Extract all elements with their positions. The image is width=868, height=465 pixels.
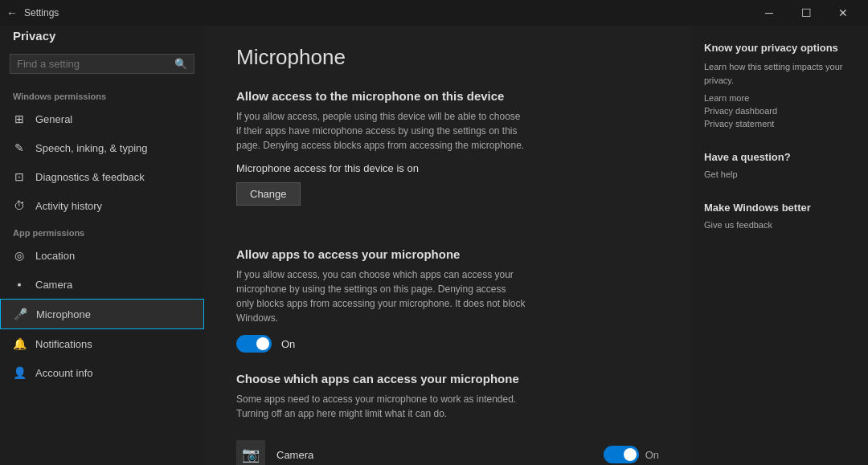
- sidebar-item-label-activity: Activity history: [35, 200, 102, 212]
- main-content: Microphone Allow access to the microphon…: [204, 26, 691, 465]
- sidebar-item-microphone[interactable]: 🎤 Microphone: [0, 299, 204, 329]
- choose-apps-desc: Some apps need to access your microphone…: [236, 392, 526, 421]
- right-heading-privacy: Know your privacy options: [704, 42, 855, 54]
- sidebar-item-label-camera: Camera: [35, 279, 72, 291]
- sidebar-item-label-notifications: Notifications: [35, 338, 92, 350]
- right-desc-privacy: Learn how this setting impacts your priv…: [704, 60, 855, 87]
- app-body: Privacy 🔍 Windows permissions ⊞ General …: [0, 26, 868, 465]
- choose-apps-section: Choose which apps can access your microp…: [236, 372, 659, 465]
- device-status-line: Microphone access for this device is on: [236, 162, 659, 174]
- search-input[interactable]: [17, 58, 174, 70]
- sidebar-item-camera[interactable]: ▪ Camera: [0, 270, 204, 299]
- sidebar-item-location[interactable]: ◎ Location: [0, 241, 204, 270]
- camera-app-icon: 📷: [242, 446, 260, 463]
- choose-apps-heading: Choose which apps can access your microp…: [236, 372, 659, 385]
- camera-icon: ▪: [13, 278, 26, 291]
- activity-icon: ⏱: [13, 199, 26, 212]
- windows-permissions-label: Windows permissions: [0, 84, 204, 104]
- sidebar-item-activity[interactable]: ⏱ Activity history: [0, 191, 204, 220]
- learn-more-link[interactable]: Learn more: [704, 93, 855, 103]
- back-icon: ←: [6, 6, 18, 19]
- sidebar-app-title: Privacy: [0, 26, 204, 51]
- sidebar-item-label-speech: Speech, inking, & typing: [35, 142, 147, 154]
- right-section-know-privacy: Know your privacy options Learn how this…: [704, 42, 855, 128]
- sidebar: Privacy 🔍 Windows permissions ⊞ General …: [0, 26, 204, 465]
- right-section-better: Make Windows better Give us feedback: [704, 202, 855, 230]
- title-bar-title: Settings: [24, 7, 59, 18]
- sidebar-item-diagnostics[interactable]: ⊡ Diagnostics & feedback: [0, 162, 204, 191]
- toggle-knob: [256, 337, 269, 350]
- search-box[interactable]: 🔍: [10, 54, 194, 74]
- camera-app-toggle[interactable]: [604, 446, 639, 463]
- sidebar-item-label-diagnostics: Diagnostics & feedback: [35, 171, 145, 183]
- right-panel: Know your privacy options Learn how this…: [691, 26, 868, 465]
- sidebar-item-speech[interactable]: ✎ Speech, inking, & typing: [0, 133, 204, 162]
- get-help-link[interactable]: Get help: [704, 169, 855, 179]
- speech-icon: ✎: [13, 141, 26, 154]
- camera-toggle-row: On: [604, 446, 659, 463]
- title-bar-left: ← Settings: [6, 6, 59, 19]
- camera-toggle-knob: [624, 448, 637, 461]
- page-title: Microphone: [236, 45, 659, 70]
- change-button[interactable]: Change: [236, 182, 301, 206]
- camera-app-toggle-label: On: [645, 449, 659, 461]
- device-access-section: Allow access to the microphone on this d…: [236, 89, 659, 228]
- diagnostics-icon: ⊡: [13, 170, 26, 183]
- app-access-desc: If you allow access, you can choose whic…: [236, 267, 526, 325]
- sidebar-item-general[interactable]: ⊞ General: [0, 104, 204, 133]
- account-icon: 👤: [13, 366, 26, 379]
- app-access-section: Allow apps to access your microphone If …: [236, 247, 659, 353]
- right-heading-better: Make Windows better: [704, 202, 855, 214]
- minimize-button[interactable]: ─: [751, 0, 788, 26]
- notifications-icon: 🔔: [13, 337, 26, 350]
- sidebar-item-notifications[interactable]: 🔔 Notifications: [0, 329, 204, 358]
- camera-app-icon-box: 📷: [236, 440, 265, 465]
- sidebar-item-label-general: General: [35, 113, 72, 125]
- sidebar-item-label-account: Account info: [35, 367, 93, 379]
- sidebar-item-label-microphone: Microphone: [36, 308, 91, 320]
- app-access-toggle-row: On: [236, 335, 659, 353]
- app-access-toggle-label: On: [281, 338, 295, 350]
- app-permissions-label: App permissions: [0, 220, 204, 241]
- give-feedback-link[interactable]: Give us feedback: [704, 220, 855, 230]
- right-section-question: Have a question? Get help: [704, 151, 855, 179]
- privacy-dashboard-link[interactable]: Privacy dashboard: [704, 106, 855, 116]
- maximize-button[interactable]: ☐: [788, 0, 825, 26]
- app-access-toggle[interactable]: [236, 335, 272, 353]
- device-access-heading: Allow access to the microphone on this d…: [236, 89, 659, 103]
- app-row-camera: 📷 Camera On: [236, 434, 659, 465]
- title-bar: ← Settings ─ ☐ ✕: [0, 0, 868, 26]
- camera-app-name: Camera: [276, 449, 604, 461]
- right-heading-question: Have a question?: [704, 151, 855, 163]
- title-bar-controls: ─ ☐ ✕: [751, 0, 862, 26]
- close-button[interactable]: ✕: [825, 0, 862, 26]
- search-icon: 🔍: [174, 58, 187, 70]
- device-access-desc: If you allow access, people using this d…: [236, 109, 526, 153]
- app-access-heading: Allow apps to access your microphone: [236, 247, 659, 261]
- privacy-statement-link[interactable]: Privacy statement: [704, 119, 855, 128]
- general-icon: ⊞: [13, 112, 26, 125]
- sidebar-item-label-location: Location: [35, 250, 75, 262]
- sidebar-item-account[interactable]: 👤 Account info: [0, 358, 204, 387]
- location-icon: ◎: [13, 249, 26, 262]
- microphone-icon: 🎤: [14, 308, 27, 320]
